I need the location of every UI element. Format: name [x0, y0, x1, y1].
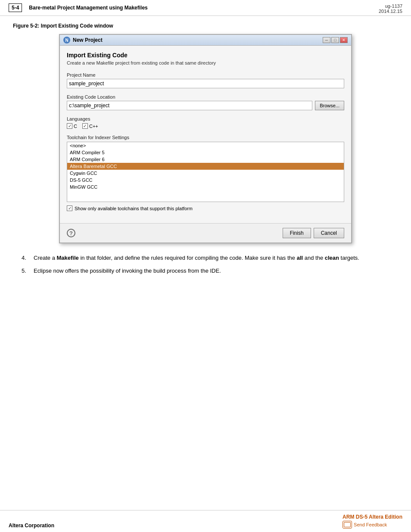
- lang-cpp-label: C++: [89, 124, 98, 129]
- main-content: Figure 5-2: Import Existing Code window …: [0, 16, 411, 288]
- dialog-section-title: Import Existing Code: [67, 52, 344, 59]
- page-footer: Altera Corporation ARM DS-5 Altera Editi…: [0, 510, 411, 532]
- dialog-subtitle: Create a new Makefile project from exist…: [67, 60, 344, 65]
- doc-date: 2014.12.15: [379, 9, 402, 14]
- body-item-4: 4. Create a Makefile in that folder, and…: [22, 254, 389, 262]
- browse-button[interactable]: Browse...: [315, 101, 344, 110]
- lang-c-item[interactable]: ✓ C: [67, 123, 77, 129]
- toolchain-item-ds5[interactable]: DS-5 GCC: [67, 177, 344, 184]
- dialog-app-icon: N: [63, 37, 70, 44]
- languages-label: Languages: [67, 116, 344, 121]
- languages-group: Languages ✓ C ✓ C++: [67, 116, 344, 129]
- body-text: 4. Create a Makefile in that folder, and…: [13, 254, 398, 275]
- show-available-row[interactable]: ✓ Show only available toolchains that su…: [67, 205, 344, 211]
- dialog-footer-buttons: Finish Cancel: [283, 228, 344, 238]
- feedback-label: Send Feedback: [354, 522, 387, 527]
- lang-cpp-item[interactable]: ✓ C++: [82, 123, 98, 129]
- dialog-footer: ? Finish Cancel: [60, 223, 351, 243]
- close-button[interactable]: ✕: [340, 37, 348, 43]
- close-icon: ✕: [342, 38, 346, 42]
- show-available-label: Show only available toolchains that supp…: [75, 206, 193, 211]
- project-name-label: Project Name: [67, 72, 344, 78]
- dialog-titlebar-left: N New Project: [63, 37, 103, 44]
- page-header: 5-4 Bare-metal Project Management using …: [0, 0, 411, 16]
- toolchain-item-none[interactable]: <none>: [67, 142, 344, 149]
- feedback-icon: [342, 521, 352, 529]
- finish-button[interactable]: Finish: [283, 228, 311, 238]
- dialog-body: Import Existing Code Create a new Makefi…: [60, 46, 351, 223]
- footer-right: ARM DS-5 Altera Edition Send Feedback: [342, 514, 402, 529]
- page: 5-4 Bare-metal Project Management using …: [0, 0, 411, 532]
- cancel-button[interactable]: Cancel: [314, 228, 344, 238]
- item-4-number: 4.: [22, 254, 30, 262]
- existing-code-input-row: Browse...: [67, 101, 344, 110]
- dialog-window: N New Project ─ □ ✕ Import Exis: [59, 34, 352, 243]
- help-icon-symbol: ?: [69, 230, 73, 236]
- toolchain-item-altera[interactable]: Altera Baremetal GCC: [67, 163, 344, 170]
- existing-code-label: Existing Code Location: [67, 94, 344, 100]
- toolchain-item-mingw[interactable]: MinGW GCC: [67, 184, 344, 190]
- doc-id: ug-1137: [379, 3, 402, 9]
- send-feedback-link[interactable]: Send Feedback: [342, 521, 402, 529]
- project-name-input[interactable]: [67, 79, 344, 88]
- dialog-titlebar: N New Project ─ □ ✕: [60, 35, 351, 46]
- toolchain-item-arm6[interactable]: ARM Compiler 6: [67, 156, 344, 163]
- project-name-group: Project Name: [67, 72, 344, 88]
- footer-company: Altera Corporation: [9, 523, 54, 529]
- item-5-text: Eclipse now offers the possibility of in…: [34, 267, 389, 275]
- item-5-number: 5.: [22, 267, 30, 275]
- toolchain-list[interactable]: <none> ARM Compiler 5 ARM Compiler 6 Alt…: [67, 142, 344, 202]
- languages-row: ✓ C ✓ C++: [67, 123, 344, 129]
- header-left: 5-4 Bare-metal Project Management using …: [9, 3, 148, 12]
- existing-code-group: Existing Code Location Browse...: [67, 94, 344, 110]
- lang-c-label: C: [74, 124, 77, 129]
- lang-cpp-checkbox[interactable]: ✓: [82, 123, 88, 129]
- maximize-button[interactable]: □: [331, 37, 339, 43]
- item-4-text: Create a Makefile in that folder, and de…: [34, 254, 389, 262]
- toolchain-item-cygwin[interactable]: Cygwin GCC: [67, 170, 344, 177]
- show-available-checkmark: ✓: [68, 206, 72, 211]
- toolchain-group: Toolchain for Indexer Settings <none> AR…: [67, 135, 344, 211]
- footer-product: ARM DS-5 Altera Edition: [342, 514, 402, 520]
- help-button[interactable]: ?: [67, 229, 75, 237]
- figure-caption: Figure 5-2: Import Existing Code window: [13, 23, 398, 29]
- toolchain-item-arm5[interactable]: ARM Compiler 5: [67, 149, 344, 156]
- minimize-button[interactable]: ─: [323, 37, 330, 43]
- existing-code-input[interactable]: [67, 101, 312, 110]
- show-available-checkbox[interactable]: ✓: [67, 205, 72, 211]
- maximize-icon: □: [334, 38, 336, 42]
- page-number: 5-4: [9, 3, 22, 12]
- header-title: Bare-metal Project Management using Make…: [29, 5, 147, 11]
- lang-c-checkmark: ✓: [68, 124, 72, 128]
- header-right: ug-1137 2014.12.15: [379, 3, 402, 14]
- lang-c-checkbox[interactable]: ✓: [67, 123, 72, 129]
- minimize-icon: ─: [325, 38, 328, 42]
- toolchain-label: Toolchain for Indexer Settings: [67, 135, 344, 140]
- lang-cpp-checkmark: ✓: [83, 124, 87, 128]
- dialog-controls[interactable]: ─ □ ✕: [323, 37, 348, 43]
- dialog-title: New Project: [73, 37, 103, 43]
- body-item-5: 5. Eclipse now offers the possibility of…: [22, 267, 389, 275]
